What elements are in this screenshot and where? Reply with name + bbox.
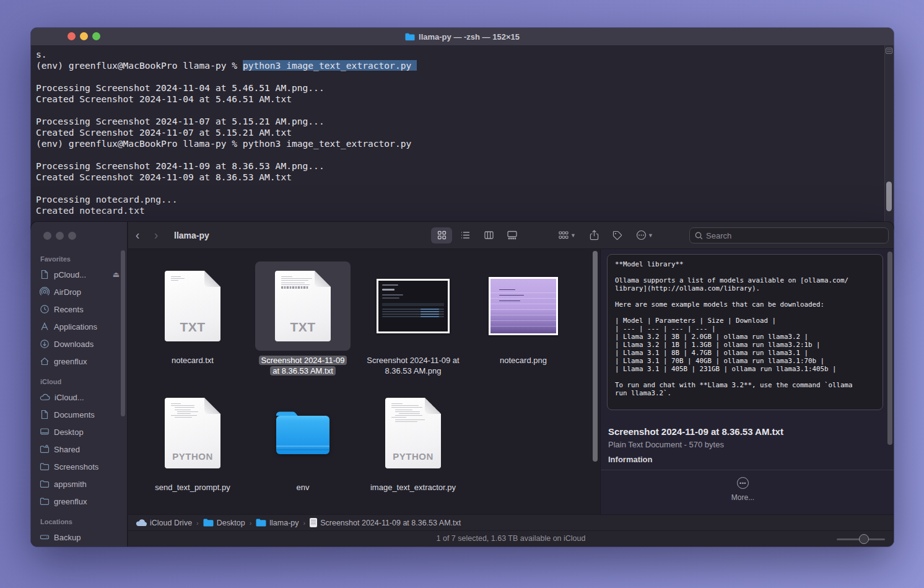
txt-file-icon: TXT (275, 271, 331, 341)
search-field[interactable]: Search (689, 227, 889, 244)
eject-icon[interactable]: ⏏ (113, 270, 120, 279)
shared-folder-icon (40, 444, 50, 454)
preview-text: **Model library** Ollama supports a list… (615, 260, 875, 397)
share-icon (590, 230, 599, 240)
sidebar-item-documents[interactable]: Documents (31, 406, 127, 423)
preview-information-label: Information (608, 455, 653, 464)
close-button[interactable] (43, 232, 51, 240)
finder-titlebar[interactable] (31, 222, 127, 247)
sidebar-item-screenshots[interactable]: Screenshots (31, 458, 127, 475)
finder-window: Favorites pCloud... ⏏ AirDrop Recents Ap… (31, 222, 894, 546)
gallery-view-icon (507, 230, 517, 240)
group-icon (559, 230, 569, 240)
path-bar: iCloud Drive › Desktop › llama-py › Scre… (128, 514, 894, 530)
minimize-button[interactable] (56, 232, 64, 240)
view-grid-button[interactable] (431, 227, 452, 244)
preview-scroll-thumb[interactable] (887, 252, 892, 445)
sidebar-item-pcloud[interactable]: pCloud... ⏏ (31, 266, 127, 283)
folder-icon (40, 462, 50, 472)
preview-file-title: Screenshot 2024-11-09 at 8.36.53 AM.txt (608, 426, 783, 437)
folder-icon (40, 496, 50, 506)
view-list-button[interactable] (455, 227, 476, 244)
path-segment-desktop[interactable]: Desktop (203, 519, 245, 527)
sidebar-section-locations: Locations (31, 510, 127, 529)
zoom-slider-knob[interactable] (859, 534, 869, 544)
view-columns-button[interactable] (478, 227, 499, 244)
sidebar-scroll-thumb[interactable] (121, 250, 125, 416)
list-view-icon (461, 230, 470, 240)
zoom-slider[interactable] (837, 538, 885, 540)
sidebar-item-applications[interactable]: Applications (31, 318, 127, 335)
more-actions-button[interactable]: ▼ (636, 230, 653, 240)
sidebar-section-favorites: Favorites (31, 255, 127, 266)
sidebar-item-icloud-drive[interactable]: iCloud... (31, 388, 127, 406)
ellipsis-circle-icon: ••• (737, 477, 749, 489)
python-file-icon: PYTHON (385, 398, 441, 468)
file-send-text-prompt-py[interactable]: PYTHON send_text_prompt.py (137, 388, 248, 493)
document-icon (40, 410, 50, 419)
folder-icon (40, 479, 50, 489)
files-scroll-thumb[interactable] (593, 251, 598, 462)
folder-icon (405, 33, 415, 41)
sidebar-item-appsmith[interactable]: appsmith (31, 475, 127, 493)
terminal-scroll-thumb[interactable] (886, 182, 892, 211)
terminal-split-button[interactable] (886, 48, 892, 54)
airdrop-icon (40, 287, 50, 297)
file-screenshot-txt[interactable]: TXT Screenshot 2024-11-09 at 8.36.53 AM.… (248, 261, 358, 376)
preview-file-meta: Plain Text Document - 570 bytes (608, 440, 724, 449)
terminal-output: s. (env) greenflux@MacBookPro llama-py %… (36, 49, 881, 216)
document-icon (310, 518, 317, 527)
icloud-icon (136, 519, 147, 527)
sidebar-section-icloud: iCloud (31, 370, 127, 388)
status-bar: 1 of 7 selected, 1.63 TB available on iC… (128, 530, 894, 546)
sidebar-item-desktop[interactable]: Desktop (31, 423, 127, 441)
search-placeholder: Search (706, 231, 731, 240)
folder-icon (273, 409, 333, 457)
group-button[interactable]: ▼ (559, 230, 576, 240)
finder-sidebar: Favorites pCloud... ⏏ AirDrop Recents Ap… (31, 222, 128, 546)
sidebar-item-shared[interactable]: Shared (31, 441, 127, 458)
tags-button[interactable] (612, 230, 622, 240)
sidebar-item-backup[interactable]: Backup (31, 529, 127, 546)
preview-pane: **Model library** Ollama supports a list… (600, 249, 894, 514)
image-thumbnail (377, 279, 450, 333)
terminal-titlebar[interactable]: llama-py — -zsh — 152×15 (31, 28, 894, 45)
status-text: 1 of 7 selected, 1.63 TB available on iC… (128, 534, 894, 543)
search-icon (695, 232, 703, 240)
file-notecard-png[interactable]: notecard.png (468, 261, 578, 366)
folder-icon (203, 519, 214, 527)
columns-view-icon (484, 230, 494, 240)
more-button[interactable]: ••• More... (601, 477, 885, 502)
path-segment-file[interactable]: Screenshot 2024-11-09 at 8.36.53 AM.txt (310, 518, 461, 527)
preview-content-box: **Model library** Ollama supports a list… (607, 254, 883, 410)
downloads-icon (40, 339, 50, 349)
folder-env[interactable]: env (248, 388, 358, 493)
document-icon (40, 270, 50, 279)
divider (601, 470, 894, 470)
path-segment-icloud-drive[interactable]: iCloud Drive (136, 519, 192, 527)
terminal-title: llama-py — -zsh — 152×15 (31, 28, 894, 45)
file-image-text-extractor-py[interactable]: PYTHON image_text_extractor.py (358, 388, 468, 493)
sidebar-item-greenflux-folder[interactable]: greenflux (31, 493, 127, 510)
file-grid: TXT notecard.txt TXT Screenshot 2024-11-… (128, 249, 600, 514)
zoom-button[interactable] (68, 232, 76, 240)
txt-file-icon: TXT (165, 271, 220, 341)
sidebar-item-downloads[interactable]: Downloads (31, 335, 127, 353)
back-button[interactable]: ‹ (128, 228, 147, 242)
file-notecard-txt[interactable]: TXT notecard.txt (137, 261, 248, 366)
terminal-window: llama-py — -zsh — 152×15 s. (env) greenf… (31, 28, 894, 234)
python-file-icon: PYTHON (165, 398, 220, 468)
file-screenshot-png[interactable]: Screenshot 2024-11-09 at 8.36.53 AM.png (358, 261, 468, 376)
terminal-selected-text: python3 image_text_extractor.py (243, 60, 417, 71)
finder-toolbar: ‹ › llama-py ▼ (128, 222, 894, 249)
sidebar-item-recents[interactable]: Recents (31, 301, 127, 318)
terminal-scrollbar[interactable] (884, 45, 894, 234)
share-button[interactable] (590, 230, 599, 240)
tag-icon (612, 230, 622, 240)
sidebar-item-home[interactable]: greenflux (31, 353, 127, 370)
forward-button[interactable]: › (147, 228, 165, 242)
path-segment-llama-py[interactable]: llama-py (256, 519, 299, 527)
desktop-icon (40, 427, 50, 437)
sidebar-item-airdrop[interactable]: AirDrop (31, 283, 127, 301)
view-gallery-button[interactable] (502, 227, 523, 244)
